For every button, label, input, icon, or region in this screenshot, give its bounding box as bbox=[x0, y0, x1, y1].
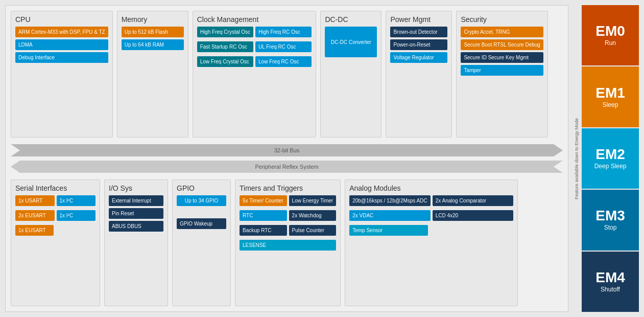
clock-chip2: High Freq RC Osc bbox=[255, 27, 312, 37]
timers-chip6: Pulse Counter bbox=[289, 225, 337, 236]
clock-chip1: High Freq Crystal Osc bbox=[197, 27, 253, 37]
serial-row1: 1x USART 1x I²C bbox=[15, 195, 96, 208]
serial-chip3: 2x EUSART bbox=[15, 210, 55, 221]
timers-chip1: 5x Timer/ Counter bbox=[240, 195, 287, 206]
diagram-area: CPU ARM Cortex-M33 with DSP, FPU & TZ LD… bbox=[5, 5, 568, 312]
serial-chip1: 1x USART bbox=[15, 195, 55, 206]
io-chip2: Pin Reset bbox=[109, 208, 163, 219]
cpu-block: CPU ARM Cortex-M33 with DSP, FPU & TZ LD… bbox=[11, 11, 113, 138]
cpu-chip3: Debug Interface bbox=[15, 52, 108, 63]
em-blocks: EM0 Run EM1 Sleep EM2 Deep Sleep EM3 Sto… bbox=[582, 5, 639, 312]
em0-sublabel: Run bbox=[605, 39, 616, 47]
dcdc-block: DC-DC DC-DC Converter bbox=[320, 11, 381, 138]
timers-chip2: Low Energy Timer bbox=[289, 195, 337, 206]
em4-label: EM4 bbox=[595, 270, 625, 285]
gpio-chip1: Up to 34 GPIO bbox=[177, 195, 226, 206]
timers-chip3: RTC bbox=[240, 210, 287, 221]
security-title: Security bbox=[461, 15, 543, 24]
clock-block: Clock Management High Freq Crystal Osc H… bbox=[193, 11, 317, 138]
power-chip3: Voltage Regulator bbox=[390, 52, 447, 63]
analog-chip2: 2x Analog Comparator bbox=[433, 195, 513, 206]
em1-block: EM1 Sleep bbox=[582, 66, 639, 127]
em4-block: EM4 Shutoff bbox=[582, 252, 639, 312]
analog-chip4: LCD 4x20 bbox=[433, 210, 513, 221]
timers-chip5: Backup RTC bbox=[240, 225, 287, 236]
clock-chip4: UL Freq RC Osc bbox=[255, 41, 312, 52]
gpio-title: GPIO bbox=[177, 184, 226, 192]
cpu-chip1: ARM Cortex-M33 with DSP, FPU & TZ bbox=[15, 27, 108, 37]
io-chip1: External Interrupt bbox=[109, 195, 163, 206]
analog-chip1: 20b@16ksps / 12b@2Msps ADC bbox=[349, 195, 430, 206]
timers-block: Timers and Triggers 5x Timer/ Counter Lo… bbox=[235, 179, 341, 306]
analog-chip5: Temp Sensor bbox=[349, 225, 428, 236]
gpio-chip2: GPIO Wakeup bbox=[177, 218, 226, 229]
main-container: CPU ARM Cortex-M33 with DSP, FPU & TZ LD… bbox=[0, 0, 644, 317]
cpu-title: CPU bbox=[15, 15, 108, 24]
em4-sublabel: Shutoff bbox=[601, 286, 620, 293]
em2-label: EM2 bbox=[595, 147, 625, 162]
io-chip3: ABUS DBUS bbox=[109, 221, 163, 232]
clock-chip3: Fast Startup RC Osc bbox=[197, 41, 253, 52]
dcdc-chip1: DC-DC Converter bbox=[325, 27, 377, 57]
em0-label: EM0 bbox=[595, 24, 625, 38]
clock-title: Clock Management bbox=[197, 15, 312, 24]
timers-title: Timers and Triggers bbox=[240, 184, 336, 192]
power-chip1: Brown-out Detector bbox=[390, 27, 447, 37]
memory-chip2: Up to 64 kB RAM bbox=[122, 39, 184, 50]
analog-chip3: 2x VDAC bbox=[349, 210, 430, 221]
bottom-row: Serial Interfaces 1x USART 1x I²C 2x EUS… bbox=[11, 179, 563, 306]
clock-chip6: Low Freq RC Osc bbox=[255, 56, 312, 67]
io-block: I/O Sys External Interrupt Pin Reset ABU… bbox=[104, 179, 168, 306]
security-chip3: Secure ID Secure Key Mgmt bbox=[461, 52, 543, 63]
dcdc-title: DC-DC bbox=[325, 15, 377, 24]
serial-title: Serial Interfaces bbox=[15, 184, 96, 192]
em0-block: EM0 Run bbox=[582, 5, 639, 65]
memory-title: Memory bbox=[122, 15, 184, 24]
bus-peripheral: Peripheral Reflex System bbox=[11, 161, 563, 173]
security-chip1: Crypto Accel, TRNG bbox=[461, 27, 543, 37]
bus-area: 32-bit Bus Peripheral Reflex System bbox=[11, 141, 563, 176]
serial-row2: 2x EUSART 1x I²C bbox=[15, 210, 96, 223]
power-block: Power Mgmt Brown-out Detector Power-on-R… bbox=[386, 11, 452, 138]
security-block: Security Crypto Accel, TRNG Secure Boot … bbox=[456, 11, 548, 138]
serial-block: Serial Interfaces 1x USART 1x I²C 2x EUS… bbox=[11, 179, 100, 306]
top-row: CPU ARM Cortex-M33 with DSP, FPU & TZ LD… bbox=[11, 11, 563, 138]
clock-chip5: Low Freq Crystal Osc bbox=[197, 56, 253, 67]
analog-block: Analog Modules 20b@16ksps / 12b@2Msps AD… bbox=[345, 179, 518, 306]
power-title: Power Mgmt bbox=[390, 15, 447, 24]
timers-chip7: LESENSE bbox=[240, 240, 336, 251]
clock-grid: High Freq Crystal Osc High Freq RC Osc F… bbox=[197, 27, 312, 69]
timers-chip4: 2x Watchdog bbox=[289, 210, 337, 221]
memory-block: Memory Up to 512 kB Flash Up to 64 kB RA… bbox=[117, 11, 188, 138]
sidebar: Feature available down to Energy Mode EM… bbox=[573, 5, 639, 312]
memory-chip1: Up to 512 kB Flash bbox=[122, 27, 184, 37]
em2-sublabel: Deep Sleep bbox=[594, 163, 627, 170]
bus-32bit: 32-bit Bus bbox=[11, 144, 563, 156]
cpu-chip2: LDMA bbox=[15, 39, 108, 50]
em2-block: EM2 Deep Sleep bbox=[582, 128, 639, 189]
serial-chip2: 1x I²C bbox=[57, 195, 96, 206]
em3-label: EM3 bbox=[595, 209, 625, 223]
power-chip2: Power-on-Reset bbox=[390, 39, 447, 50]
timers-grid: 5x Timer/ Counter Low Energy Timer RTC 2… bbox=[240, 195, 336, 238]
serial-chip4: 1x I²C bbox=[57, 210, 96, 221]
analog-title: Analog Modules bbox=[349, 184, 513, 192]
gpio-block: GPIO Up to 34 GPIO GPIO Wakeup bbox=[172, 179, 231, 306]
security-chip2: Secure Boot RTSL Secure Debug bbox=[461, 39, 543, 50]
em3-block: EM3 Stop bbox=[582, 190, 639, 250]
security-chip4: Tamper bbox=[461, 65, 543, 76]
em3-sublabel: Stop bbox=[604, 224, 617, 231]
em1-sublabel: Sleep bbox=[603, 101, 618, 108]
io-title: I/O Sys bbox=[109, 184, 163, 192]
sidebar-label: Feature available down to Energy Mode bbox=[573, 5, 581, 312]
em1-label: EM1 bbox=[595, 86, 625, 100]
analog-grid: 20b@16ksps / 12b@2Msps ADC 2x Analog Com… bbox=[349, 195, 513, 223]
serial-chip5: 1x EUSART bbox=[15, 225, 54, 236]
